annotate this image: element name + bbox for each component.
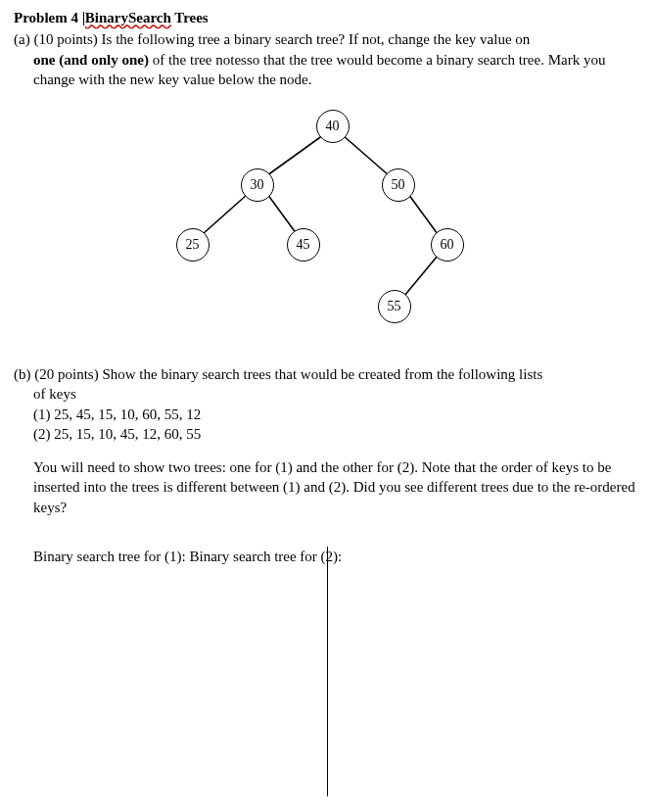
node-label: 45 <box>297 236 310 255</box>
tree-node-50: 50 <box>382 168 415 202</box>
title-word-1: BinarySearch <box>85 10 171 25</box>
svg-line-5 <box>404 256 438 296</box>
part-a-lead: (a) (10 points) Is the following tree a … <box>14 31 530 47</box>
cursor-icon <box>83 12 84 25</box>
part-a-text: (a) (10 points) Is the following tree a … <box>14 29 641 89</box>
node-label: 25 <box>186 236 200 255</box>
answer-label-1a: Binary search tree for (1): Binary searc… <box>33 547 278 566</box>
part-b-intro: (b) (20 points) Show the binary search t… <box>14 364 641 405</box>
problem-number: Problem 4 <box>14 10 78 25</box>
part-b-note: You will need to show two trees: one for… <box>33 457 641 517</box>
node-label: 30 <box>251 176 264 195</box>
tree-node-40: 40 <box>316 110 350 143</box>
vertical-divider <box>327 547 328 796</box>
answer-label-1b: ree for (2): <box>278 547 342 566</box>
problem-title: Problem 4 BinarySearch Trees <box>14 8 641 27</box>
answer-area: Binary search tree for (1): Binary searc… <box>14 547 641 801</box>
part-a-bold: one (and only one) <box>33 52 149 68</box>
tree-diagram: 40 30 50 25 45 60 55 <box>132 107 524 337</box>
part-a: (a) (10 points) Is the following tree a … <box>14 29 641 89</box>
part-b-list1: (1) 25, 45, 15, 10, 60, 55, 12 <box>33 405 641 424</box>
part-b: (b) (20 points) Show the binary search t… <box>14 364 641 517</box>
svg-line-0 <box>267 135 323 175</box>
page-root: Problem 4 BinarySearch Trees (a) (10 poi… <box>0 0 655 812</box>
tree-node-30: 30 <box>241 168 274 202</box>
node-label: 40 <box>326 118 340 136</box>
node-label: 60 <box>441 236 454 255</box>
node-label: 55 <box>388 298 401 316</box>
svg-line-4 <box>408 194 438 234</box>
node-label: 50 <box>392 176 405 195</box>
tree-node-60: 60 <box>431 228 464 262</box>
svg-line-2 <box>203 194 248 234</box>
part-b-list2: (2) 25, 15, 10, 45, 12, 60, 55 <box>33 424 641 444</box>
tree-node-25: 25 <box>176 228 210 262</box>
svg-line-1 <box>343 135 389 175</box>
title-word-2: Trees <box>171 10 209 25</box>
svg-line-3 <box>267 194 297 234</box>
tree-node-55: 55 <box>378 290 411 323</box>
tree-node-45: 45 <box>287 228 320 262</box>
